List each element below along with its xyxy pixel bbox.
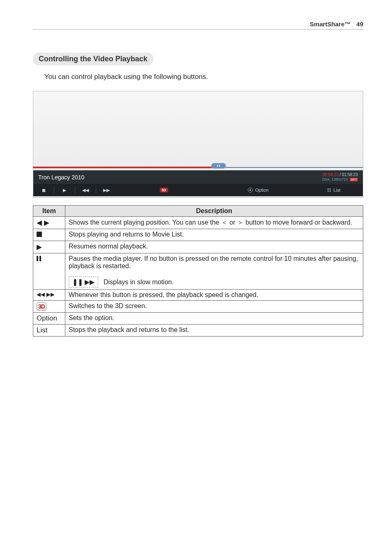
video-player-screenshot: ◂ ▸ Tron Legacy 2010 00:58:23 / 01:58:23…: [33, 91, 363, 198]
scrub-bar[interactable]: ◂ ▸: [33, 165, 363, 170]
header-title: SmartShare™: [310, 21, 350, 28]
table-row: Stops playing and returns to Movie List.: [33, 229, 363, 241]
stop-icon: ◼: [42, 188, 46, 193]
stop-icon: [37, 232, 42, 237]
section-title: Controlling the Video Playback: [33, 53, 153, 65]
stop-desc: Stops playing and returns to Movie List.: [65, 229, 363, 241]
col-item: Item: [33, 206, 65, 217]
seek-icon: ◀ ▶: [33, 217, 65, 229]
table-row: ◀ ▶ Shows the current playing position. …: [33, 217, 363, 229]
rewind-button[interactable]: ◀◀: [75, 188, 96, 193]
list-label: List: [333, 188, 340, 193]
table-row: Option Sets the option.: [33, 313, 363, 325]
slow-motion-combo-icon: ❚❚ ▶▶: [69, 276, 98, 288]
video-meta: Divx, 1280x720: [323, 177, 348, 181]
option-icon: [248, 188, 253, 193]
scrub-handle-icon[interactable]: ◂ ▸: [211, 163, 226, 169]
three-d-icon: 3D: [160, 188, 168, 193]
three-d-desc: Switches to the 3D screen.: [65, 301, 363, 313]
table-row: Pauses the media player. If no button is…: [33, 253, 363, 290]
table-row: 3D Switches to the 3D screen.: [33, 301, 363, 313]
play-icon-cell: ▶: [33, 241, 65, 253]
fast-forward-icon: ▶▶: [103, 188, 110, 193]
table-row: ▶ Resumes normal playback.: [33, 241, 363, 253]
list-button[interactable]: List: [305, 188, 363, 193]
time-total: / 01:58:23: [339, 172, 358, 177]
fast-forward-button[interactable]: ▶▶: [96, 188, 117, 193]
three-d-icon: 3D: [37, 302, 46, 311]
time-current: 00:58:23: [323, 172, 339, 177]
list-label-cell: List: [33, 325, 65, 337]
stop-button[interactable]: ◼: [33, 188, 54, 193]
table-row: List Stops the playback and returns to t…: [33, 325, 363, 337]
section-intro: You can control playback using the follo…: [44, 73, 363, 81]
pause-icon-cell: [33, 253, 65, 290]
option-desc: Sets the option.: [65, 313, 363, 325]
stop-icon-cell: [33, 229, 65, 241]
play-icon: ▶: [63, 188, 66, 193]
speed-desc: Whenever this button is pressed, the pla…: [65, 290, 363, 301]
col-description: Description: [65, 206, 363, 217]
play-desc: Resumes normal playback.: [65, 241, 363, 253]
option-button[interactable]: Option: [211, 188, 306, 193]
three-d-icon-cell: 3D: [33, 301, 65, 313]
rewind-icon: ◀◀: [82, 188, 89, 193]
pause-desc: Pauses the media player. If no button is…: [65, 253, 363, 290]
play-button[interactable]: ▶: [54, 188, 75, 193]
list-desc: Stops the playback and returns to the li…: [65, 325, 363, 337]
table-row: ◀◀ ▶▶ Whenever this button is pressed, t…: [33, 290, 363, 301]
option-label: Option: [255, 188, 268, 193]
option-label-cell: Option: [33, 313, 65, 325]
video-title: Tron Legacy 2010: [38, 174, 84, 181]
controls-description-table: Item Description ◀ ▶ Shows the current p…: [33, 205, 363, 337]
pause-icon: [37, 256, 41, 261]
seek-desc: Shows the current playing position. You …: [65, 217, 363, 229]
page-number: 49: [356, 21, 363, 28]
subtitle-badge: SRT: [350, 178, 358, 181]
list-icon: [327, 188, 331, 192]
three-d-button[interactable]: 3D: [117, 188, 211, 193]
speed-icon-cell: ◀◀ ▶▶: [33, 290, 65, 301]
